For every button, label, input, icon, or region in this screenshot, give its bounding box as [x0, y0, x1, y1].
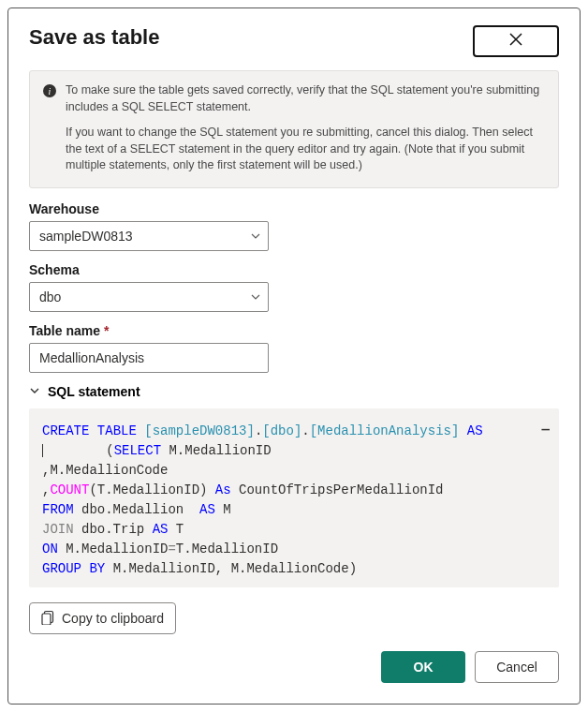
copy-icon — [41, 610, 54, 628]
table-name-field-group: Table name * — [29, 323, 559, 373]
sql-code-box[interactable]: —CREATE TABLE [sampleDW0813].[dbo].[Meda… — [29, 408, 559, 588]
info-text: To make sure the table gets saved correc… — [66, 82, 545, 174]
warehouse-field-group: Warehouse sampleDW0813 — [29, 201, 559, 251]
info-paragraph-1: To make sure the table gets saved correc… — [66, 82, 545, 115]
footer-row: OK Cancel — [29, 651, 559, 683]
close-button[interactable] — [473, 25, 559, 57]
save-as-table-dialog: Save as table i To make sure the table g… — [7, 7, 581, 705]
collapse-marker: — — [542, 420, 550, 439]
warehouse-label: Warehouse — [29, 201, 559, 216]
warehouse-value: sampleDW0813 — [39, 229, 133, 244]
table-name-label: Table name * — [29, 323, 559, 338]
info-paragraph-2: If you want to change the SQL statement … — [66, 125, 545, 174]
close-icon — [508, 32, 523, 51]
sql-section-label: SQL statement — [48, 384, 140, 399]
chevron-down-icon — [29, 384, 40, 399]
schema-value: dbo — [39, 289, 61, 304]
schema-label: Schema — [29, 262, 559, 277]
copy-label: Copy to clipboard — [62, 611, 164, 626]
dialog-title: Save as table — [29, 25, 159, 50]
actions-row: Copy to clipboard — [29, 602, 559, 634]
dialog-header: Save as table — [29, 25, 559, 57]
copy-to-clipboard-button[interactable]: Copy to clipboard — [29, 602, 176, 634]
cancel-button[interactable]: Cancel — [475, 651, 559, 683]
warehouse-select[interactable]: sampleDW0813 — [29, 221, 269, 251]
schema-field-group: Schema dbo — [29, 262, 559, 312]
schema-select[interactable]: dbo — [29, 282, 269, 312]
ok-button[interactable]: OK — [381, 651, 465, 683]
required-asterisk: * — [104, 323, 109, 338]
svg-rect-1 — [42, 614, 51, 625]
info-banner: i To make sure the table gets saved corr… — [29, 70, 559, 188]
info-icon: i — [43, 84, 56, 97]
sql-statement-toggle[interactable]: SQL statement — [29, 384, 559, 399]
table-name-input[interactable] — [29, 343, 269, 373]
